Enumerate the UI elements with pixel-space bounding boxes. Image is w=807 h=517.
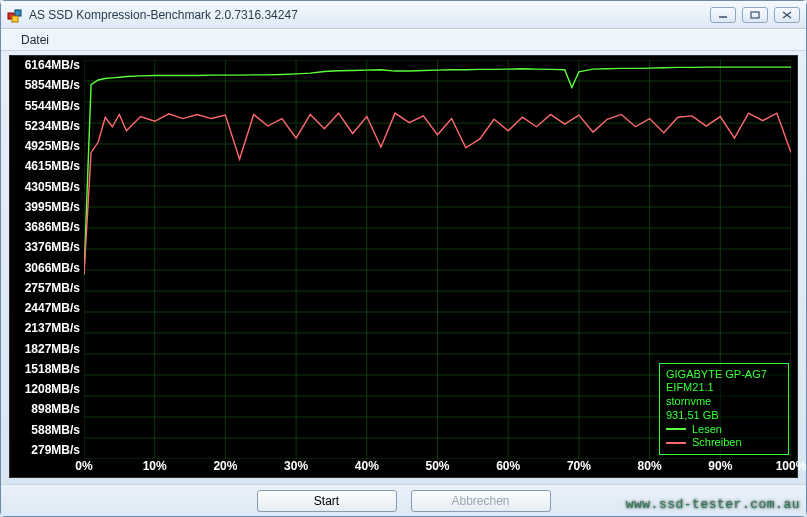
y-tick-label: 898MB/s [12,402,80,416]
svg-rect-2 [12,16,18,22]
y-tick-label: 588MB/s [12,423,80,437]
y-tick-label: 2757MB/s [12,281,80,295]
x-tick-label: 90% [708,459,732,473]
y-tick-label: 3686MB/s [12,220,80,234]
y-axis-labels: 6164MB/s5854MB/s5544MB/s5234MB/s4925MB/s… [10,56,84,459]
y-tick-label: 5854MB/s [12,78,80,92]
y-tick-label: 4305MB/s [12,180,80,194]
legend-size: 931,51 GB [666,409,782,423]
x-tick-label: 50% [425,459,449,473]
legend-box: GIGABYTE GP-AG7 EIFM21.1 stornvme 931,51… [659,363,789,456]
window-title: AS SSD Kompression-Benchmark 2.0.7316.34… [29,8,710,22]
titlebar: AS SSD Kompression-Benchmark 2.0.7316.34… [1,1,806,29]
x-tick-label: 60% [496,459,520,473]
y-tick-label: 1827MB/s [12,342,80,356]
x-tick-label: 20% [213,459,237,473]
app-icon [7,7,23,23]
x-tick-label: 80% [638,459,662,473]
x-axis-labels: 0%10%20%30%40%50%60%70%80%90%100% [84,459,791,477]
y-tick-label: 1208MB/s [12,382,80,396]
cancel-button: Abbrechen [411,490,551,512]
y-tick-label: 6164MB/s [12,58,80,72]
y-tick-label: 5544MB/s [12,99,80,113]
svg-rect-1 [15,10,21,16]
y-tick-label: 2137MB/s [12,321,80,335]
legend-read-row: Lesen [666,423,782,437]
y-tick-label: 3066MB/s [12,261,80,275]
x-tick-label: 40% [355,459,379,473]
svg-rect-4 [751,12,759,18]
close-button[interactable] [774,7,800,23]
y-tick-label: 3376MB/s [12,240,80,254]
legend-read-label: Lesen [692,423,722,437]
x-tick-label: 100% [776,459,807,473]
content-area: 6164MB/s5854MB/s5544MB/s5234MB/s4925MB/s… [1,51,806,484]
legend-write-row: Schreiben [666,436,782,450]
maximize-button[interactable] [742,7,768,23]
legend-device: GIGABYTE GP-AG7 [666,368,782,382]
menu-file[interactable]: Datei [11,31,59,49]
chart-area: 6164MB/s5854MB/s5544MB/s5234MB/s4925MB/s… [9,55,798,478]
y-tick-label: 279MB/s [12,443,80,457]
y-tick-label: 1518MB/s [12,362,80,376]
legend-driver: stornvme [666,395,782,409]
legend-read-swatch [666,428,686,430]
y-tick-label: 5234MB/s [12,119,80,133]
legend-write-label: Schreiben [692,436,742,450]
x-tick-label: 30% [284,459,308,473]
y-tick-label: 2447MB/s [12,301,80,315]
button-bar: Start Abbrechen www.ssd-tester.com.au [1,484,806,516]
app-window: AS SSD Kompression-Benchmark 2.0.7316.34… [0,0,807,517]
y-tick-label: 3995MB/s [12,200,80,214]
window-controls [710,7,800,23]
legend-fw: EIFM21.1 [666,381,782,395]
y-tick-label: 4615MB/s [12,159,80,173]
x-tick-label: 0% [75,459,92,473]
x-tick-label: 70% [567,459,591,473]
menubar: Datei [1,29,806,51]
y-tick-label: 4925MB/s [12,139,80,153]
start-button[interactable]: Start [257,490,397,512]
x-tick-label: 10% [143,459,167,473]
minimize-button[interactable] [710,7,736,23]
watermark-text: www.ssd-tester.com.au [626,497,800,512]
legend-write-swatch [666,442,686,444]
